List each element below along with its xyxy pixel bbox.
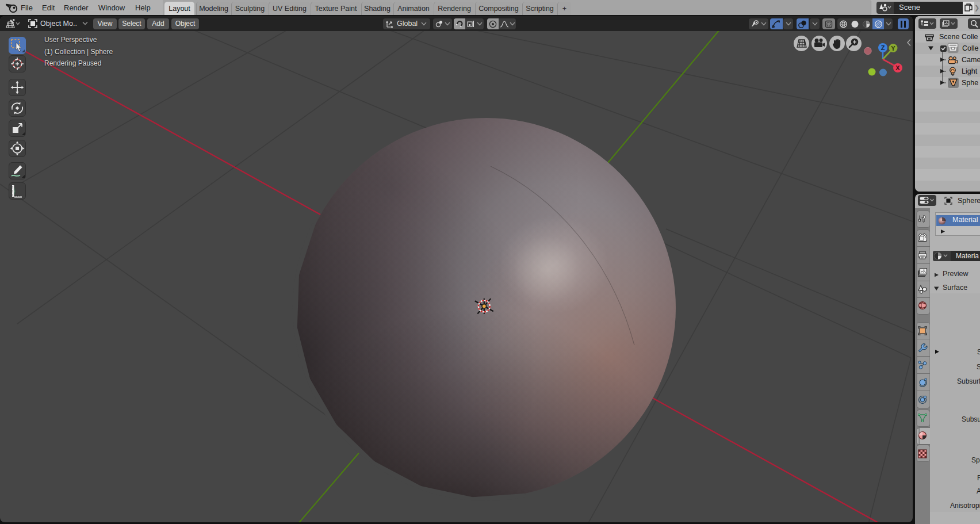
svg-text:Y: Y <box>891 45 895 52</box>
svg-text:Z: Z <box>881 44 885 51</box>
svg-text:X: X <box>895 64 900 71</box>
